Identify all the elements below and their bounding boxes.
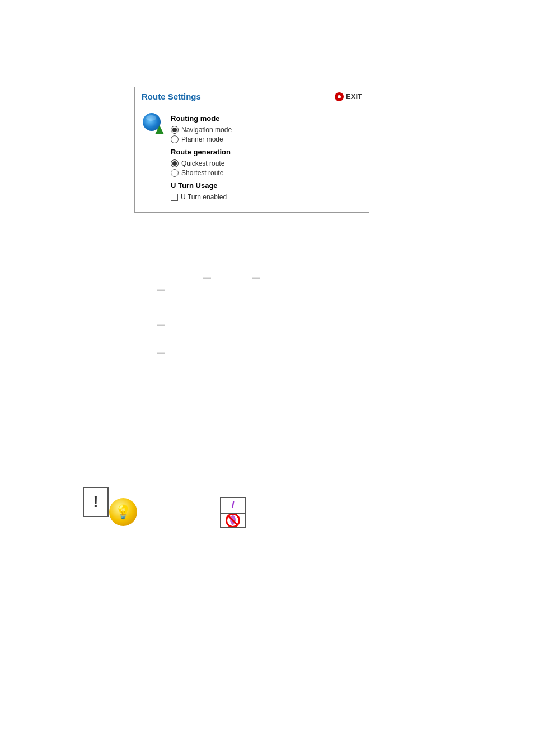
- panel-content: Routing mode Navigation mode Planner mod…: [171, 112, 361, 203]
- marker-inner-icon: [230, 515, 236, 523]
- u-turn-group: U Turn enabled: [171, 193, 361, 201]
- u-turn-enabled-label: U Turn enabled: [181, 193, 227, 201]
- warning-icon-box: !: [83, 487, 109, 517]
- lightbulb-icon: 💡: [109, 498, 137, 526]
- globe-icon: [143, 113, 161, 131]
- planner-mode-radio[interactable]: [171, 135, 179, 143]
- panel-title: Route Settings: [142, 92, 201, 101]
- no-circle-icon: [226, 513, 240, 528]
- route-generation-title: Route generation: [171, 148, 361, 156]
- exit-label: EXIT: [346, 92, 362, 101]
- u-turn-enabled-checkbox[interactable]: [171, 194, 178, 201]
- section-divider-2: U Turn Usage: [171, 181, 361, 190]
- section-divider-1: Route generation: [171, 148, 361, 156]
- dash-1: —: [203, 273, 211, 282]
- quickest-route-option[interactable]: Quickest route: [171, 159, 361, 167]
- dash-2: —: [252, 273, 260, 282]
- quickest-route-label: Quickest route: [181, 159, 224, 167]
- warning-exclaim-icon: !: [93, 494, 98, 510]
- panel-header: Route Settings EXIT: [135, 87, 369, 106]
- italic-text-icon: I: [220, 497, 246, 513]
- routing-mode-group: Navigation mode Planner mode: [171, 126, 361, 143]
- planner-mode-option[interactable]: Planner mode: [171, 135, 361, 143]
- panel-body: Routing mode Navigation mode Planner mod…: [135, 106, 369, 212]
- text-icon-cluster: I: [220, 497, 246, 528]
- no-marker-icon: [220, 513, 246, 528]
- route-settings-panel: Route Settings EXIT Routing mode Navigat…: [134, 87, 369, 213]
- u-turn-title: U Turn Usage: [171, 181, 361, 190]
- routing-icon: [143, 113, 165, 135]
- exit-circle-icon: [335, 92, 344, 101]
- planner-mode-label: Planner mode: [181, 135, 223, 143]
- shortest-route-label: Shortest route: [181, 169, 223, 177]
- route-generation-group: Quickest route Shortest route: [171, 159, 361, 177]
- navigation-mode-radio[interactable]: [171, 126, 179, 134]
- shortest-route-option[interactable]: Shortest route: [171, 169, 361, 177]
- dash-4: —: [157, 320, 165, 329]
- routing-mode-title: Routing mode: [171, 114, 361, 123]
- shortest-route-radio[interactable]: [171, 169, 179, 177]
- u-turn-enabled-option[interactable]: U Turn enabled: [171, 193, 361, 201]
- lightbulb-symbol: 💡: [115, 504, 132, 520]
- dash-5: —: [157, 348, 165, 357]
- navigation-mode-option[interactable]: Navigation mode: [171, 126, 361, 134]
- dash-3: —: [157, 285, 165, 294]
- exit-button[interactable]: EXIT: [335, 92, 362, 101]
- navigation-mode-label: Navigation mode: [181, 126, 232, 134]
- quickest-route-radio[interactable]: [171, 159, 179, 167]
